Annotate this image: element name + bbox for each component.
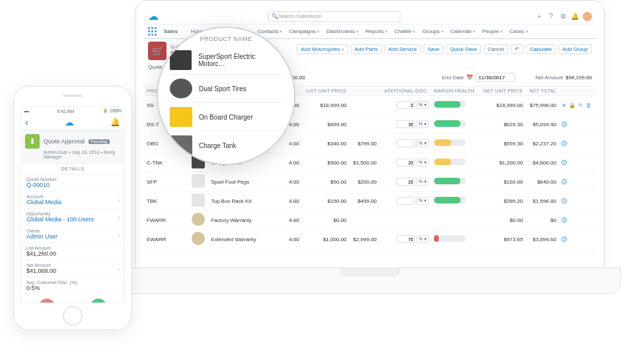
avatar[interactable] — [583, 12, 592, 21]
approve-button[interactable]: ✓ — [91, 299, 106, 303]
nav-campaigns[interactable]: Campaigns ▾ — [289, 28, 319, 34]
add-parts-button[interactable]: Add Parts — [351, 44, 382, 54]
margin-health-bar — [434, 139, 466, 146]
cell-code: EWARR — [144, 230, 189, 249]
nav-people[interactable]: People ▾ — [482, 28, 503, 34]
nav-cases[interactable]: Cases ▾ — [509, 28, 529, 34]
info-icon[interactable]: ⓘ — [562, 217, 567, 223]
discount-unit[interactable]: % ▾ — [416, 120, 428, 128]
cell-qty: 4.00 — [285, 230, 302, 249]
cell-list2: $200.00 — [350, 172, 380, 192]
detail-label: Owner — [26, 229, 119, 233]
undo-button[interactable]: ↶ — [511, 44, 523, 54]
chevron-down-icon: ▾ — [385, 29, 388, 34]
cell-list: $899.00 — [302, 115, 350, 134]
quote-icon: 🛒 — [148, 42, 166, 60]
nav-contacts[interactable]: Contacts ▾ — [258, 28, 283, 34]
discount-unit[interactable]: % ▾ — [416, 159, 428, 166]
salesforce-logo-icon: ☁ — [148, 10, 159, 22]
notification-icon[interactable]: 🔔 — [571, 13, 579, 20]
discount-unit[interactable]: % ▾ — [416, 178, 428, 186]
detail-row[interactable]: OpportunityGlobal Media - 100 Users› — [21, 209, 124, 226]
nav-dashboards[interactable]: Dashboards ▾ — [326, 28, 359, 34]
app-name: Sales — [164, 28, 178, 34]
info-icon[interactable]: ⓘ — [562, 141, 567, 147]
gear-icon[interactable]: ⚙ — [559, 13, 567, 20]
magnifier-row: Dual Sport Tires — [170, 75, 282, 103]
info-icon[interactable]: ⓘ — [562, 160, 567, 166]
detail-label: Quote Number — [26, 177, 119, 182]
status-badge: Pending — [89, 139, 110, 144]
info-icon[interactable]: ⓘ — [562, 179, 567, 185]
cell-net: $0.00 — [479, 211, 526, 230]
home-button[interactable] — [63, 306, 83, 326]
end-date-input[interactable] — [476, 73, 515, 82]
margin-health-bar — [434, 178, 466, 184]
discount-input[interactable] — [396, 101, 415, 109]
detail-row[interactable]: AccountGlobal Media› — [21, 192, 124, 209]
cell-name: Top Box Rack Kit — [208, 192, 285, 211]
discount-input[interactable] — [396, 120, 415, 128]
search-placeholder: Search Salesforce — [278, 13, 321, 19]
nav-reports[interactable]: Reports ▾ — [365, 28, 388, 34]
cell-list: $0.00 — [302, 211, 350, 230]
detail-label: Avg. Customer Disc. (%) — [26, 280, 119, 285]
product-image — [192, 174, 205, 188]
discount-input[interactable] — [396, 159, 415, 166]
cancel-button[interactable]: Cancel — [484, 44, 508, 54]
magnifier-lens: PRODUCT NAME SuperSport Electric Motorc…… — [157, 26, 295, 165]
approval-card: ⬇ Quote Approval Pending Admin User • Se… — [21, 130, 124, 164]
cell-list: $1,000.00 — [302, 230, 350, 249]
cell-qty: 4.00 — [285, 192, 302, 211]
detail-row[interactable]: OwnerAdmin User› — [21, 226, 124, 243]
quick-save-button[interactable]: Quick Save — [446, 44, 481, 54]
chevron-down-icon: ▾ — [356, 29, 359, 34]
detail-value: Admin User — [26, 233, 119, 240]
add-icon[interactable]: ＋ — [535, 13, 543, 20]
download-icon: ⬇ — [25, 134, 40, 149]
phone-frame: 9:41 AM 🔋 100% ‹ ☁ 🔔 ⬇ Quote Approval Pe… — [13, 86, 132, 330]
discount-unit[interactable]: % ▾ — [416, 235, 428, 243]
discount-unit[interactable]: % ▾ — [416, 101, 428, 109]
detail-label: Opportunity — [26, 211, 119, 216]
save-button[interactable]: Save — [424, 44, 443, 54]
discount-unit[interactable]: % ▾ — [416, 197, 428, 205]
margin-health-bar — [434, 197, 466, 203]
help-icon[interactable]: ? — [547, 13, 555, 20]
detail-value: Q-00010 — [26, 182, 119, 188]
calculate-button[interactable]: Calculate — [526, 44, 556, 54]
discount-input[interactable] — [396, 139, 415, 147]
info-icon[interactable]: ⓘ — [562, 237, 567, 242]
add-motorcycles-button[interactable]: Add Motorcycles▾ — [297, 44, 348, 54]
col-disc: ADDITIONAL DISC. — [379, 87, 431, 96]
discount-unit[interactable]: % ▾ — [416, 139, 428, 147]
row-actions[interactable]: ★ 🔒 ✎ 🗑 — [562, 102, 592, 108]
nav-chatter[interactable]: Chatter ▾ — [394, 28, 416, 34]
notification-icon[interactable]: 🔔 — [110, 118, 120, 127]
cell-list2 — [350, 115, 380, 134]
phone-speaker — [63, 94, 83, 97]
discount-input[interactable] — [396, 235, 415, 243]
back-icon[interactable]: ‹ — [25, 117, 28, 127]
detail-row[interactable]: Net Amount$41,068.00› — [21, 260, 124, 277]
nav-groups[interactable]: Groups ▾ — [422, 28, 443, 34]
cell-total: $3,894.60 — [525, 230, 559, 249]
cell-qty: 4.00 — [285, 153, 302, 172]
detail-row: Avg. Customer Disc. (%)0.5% — [21, 277, 124, 295]
reject-button[interactable]: ✕ — [39, 299, 55, 303]
global-header: ☁ 🔍 Search Salesforce ＋ ? ⚙ 🔔 — [144, 9, 596, 24]
info-icon[interactable]: ⓘ — [562, 198, 567, 204]
table-row: TBKTop Box Rack Kit4.00$150.00$499.00% ▾… — [144, 192, 596, 211]
discount-input[interactable] — [396, 197, 415, 205]
add-service-button[interactable]: Add Service — [385, 44, 421, 54]
nav-calendar[interactable]: Calendar ▾ — [451, 28, 476, 34]
cell-name: Factory Warranty — [208, 211, 285, 230]
info-icon[interactable]: ⓘ — [562, 122, 567, 127]
cell-net: $559.30 — [479, 134, 526, 153]
cell-total: $640.00 — [525, 172, 559, 192]
app-launcher-icon[interactable] — [148, 27, 157, 36]
end-date-label: End Date — [442, 75, 464, 81]
discount-input[interactable] — [396, 178, 415, 186]
add-group-button[interactable]: Add Group — [558, 44, 592, 54]
global-search-input[interactable]: 🔍 Search Salesforce — [268, 11, 400, 22]
